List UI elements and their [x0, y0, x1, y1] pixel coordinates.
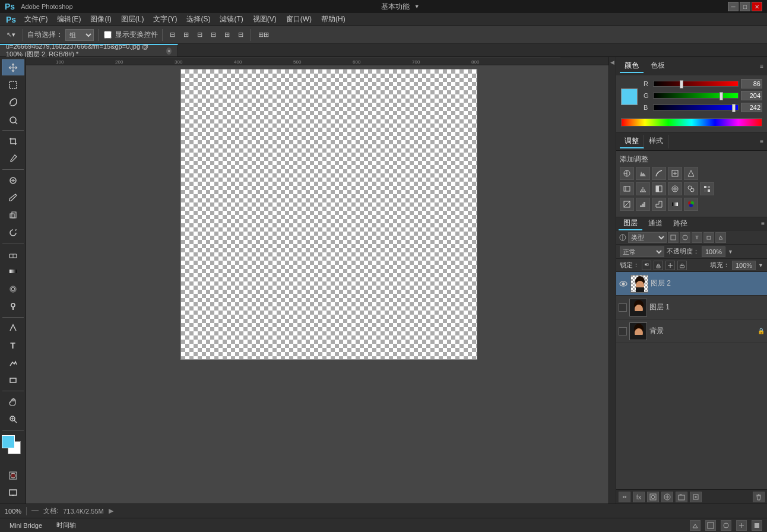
menu-item-filter[interactable]: 滤镜(T): [215, 13, 248, 26]
exposure-btn[interactable]: [668, 167, 682, 180]
levels-btn[interactable]: [636, 167, 650, 180]
blue-value-input[interactable]: [741, 103, 762, 112]
bottom-icon-3[interactable]: [721, 520, 731, 531]
move-tool-btn[interactable]: [2, 59, 24, 75]
menu-item-image[interactable]: 图像(I): [85, 13, 116, 26]
green-slider-thumb[interactable]: [720, 92, 723, 100]
timeline-tab[interactable]: 时间轴: [52, 520, 81, 531]
menu-item-file[interactable]: 文件(F): [20, 13, 52, 26]
brush-tool-btn[interactable]: [2, 189, 24, 205]
minimize-button[interactable]: ─: [728, 2, 739, 11]
photo-filter-btn[interactable]: [668, 182, 682, 195]
lock-position-btn[interactable]: [665, 261, 675, 270]
menu-item-view[interactable]: 视图(V): [248, 13, 281, 26]
tab-styles[interactable]: 样式: [644, 135, 668, 148]
opacity-arrow[interactable]: ▼: [728, 249, 733, 255]
red-value-input[interactable]: [741, 79, 762, 88]
zoom-btn[interactable]: [31, 507, 39, 515]
blue-slider-thumb[interactable]: [732, 104, 736, 112]
color-lookup-btn[interactable]: [700, 182, 714, 195]
quick-select-tool-btn[interactable]: [2, 112, 24, 128]
gradient-tool-btn[interactable]: [2, 264, 24, 280]
layer-visibility-bg[interactable]: ●: [619, 327, 627, 335]
layers-panel-options[interactable]: ≡: [761, 220, 765, 227]
red-slider-thumb[interactable]: [680, 80, 683, 88]
green-slider[interactable]: [653, 93, 739, 99]
adj-panel-options[interactable]: ≡: [760, 138, 763, 145]
layer-eye-2[interactable]: [619, 279, 628, 289]
color-preview[interactable]: [621, 88, 638, 105]
tab-layers[interactable]: 图层: [619, 217, 642, 230]
filter-adj-btn[interactable]: [680, 232, 690, 243]
layer-visibility-1[interactable]: ●: [619, 303, 627, 312]
auto-select-dropdown[interactable]: 组 图层: [65, 29, 94, 41]
layer-adj-btn[interactable]: [661, 492, 673, 502]
close-button[interactable]: ✕: [752, 2, 762, 11]
color-spectrum[interactable]: [621, 118, 762, 126]
restore-button[interactable]: □: [740, 2, 750, 11]
align-left-btn[interactable]: ⊟: [167, 29, 178, 40]
layer-row-bg[interactable]: ● 背景 🔒: [616, 319, 767, 343]
menu-item-select[interactable]: 选择(S): [182, 13, 215, 26]
fill-arrow[interactable]: ▼: [758, 262, 763, 268]
layer-link-btn[interactable]: [619, 492, 630, 502]
bottom-icon-1[interactable]: [690, 520, 701, 531]
canvas-wrapper[interactable]: [180, 69, 477, 360]
align-right-btn[interactable]: ⊟: [194, 29, 205, 40]
canvas-area[interactable]: 100 200 300 400 500 600 700 800: [26, 57, 608, 504]
show-transform-checkbox[interactable]: [104, 31, 112, 39]
invert-btn[interactable]: [620, 198, 634, 211]
layer-new-btn[interactable]: [690, 492, 702, 502]
tab-channels[interactable]: 通道: [644, 217, 667, 230]
menu-item-layer[interactable]: 图层(L): [116, 13, 149, 26]
blur-tool-btn[interactable]: [2, 281, 24, 297]
eyedropper-tool-btn[interactable]: [2, 151, 24, 167]
pen-tool-btn[interactable]: [2, 320, 24, 336]
healing-tool-btn[interactable]: [2, 172, 24, 188]
green-value-input[interactable]: [741, 91, 762, 100]
layers-filter-dropdown[interactable]: 类型 名称 效果 模式 属性: [628, 232, 667, 243]
menu-item-window[interactable]: 窗口(W): [281, 13, 316, 26]
clone-tool-btn[interactable]: [2, 207, 24, 223]
selective-color-btn[interactable]: [684, 198, 698, 211]
brightness-contrast-btn[interactable]: [620, 167, 634, 180]
zoom-tool-btn[interactable]: [2, 411, 24, 427]
opacity-input[interactable]: [702, 246, 725, 257]
layer-effect-btn[interactable]: fx: [633, 492, 645, 502]
layer-group-btn[interactable]: [676, 492, 687, 502]
file-info-arrow[interactable]: ▶: [109, 507, 113, 515]
shape-tool-btn[interactable]: [2, 372, 24, 388]
color-balance-btn[interactable]: [636, 182, 650, 195]
gradient-map-btn[interactable]: [668, 198, 682, 211]
layer-delete-btn[interactable]: [753, 492, 765, 502]
red-slider[interactable]: [653, 81, 739, 87]
threshold-btn[interactable]: [652, 198, 666, 211]
menu-item-help[interactable]: 帮助(H): [316, 13, 350, 26]
align-bottom-btn[interactable]: ⊟: [235, 29, 246, 40]
toolbar-arrow-btn[interactable]: ↖▾: [4, 29, 18, 40]
align-middle-btn[interactable]: ⊞: [221, 29, 233, 40]
dodge-tool-btn[interactable]: [2, 298, 24, 314]
doc-tab[interactable]: u=2666946279,1602237666&fm=15&gp=0.jpg @…: [0, 44, 178, 56]
vibrance-btn[interactable]: [684, 167, 698, 180]
layer-row-2[interactable]: 图层 2: [616, 272, 767, 296]
crop-tool-btn[interactable]: [2, 133, 24, 149]
path-select-tool-btn[interactable]: [2, 354, 24, 370]
bottom-icon-5[interactable]: [752, 520, 762, 531]
bw-btn[interactable]: [652, 182, 666, 195]
screen-mode-btn[interactable]: [2, 485, 24, 501]
blend-mode-dropdown[interactable]: 正常 溶解 变暗 正片叠底: [620, 246, 664, 257]
history-brush-tool-btn[interactable]: [2, 224, 24, 240]
selection-tool-btn[interactable]: [2, 77, 24, 93]
blue-slider[interactable]: [653, 104, 739, 110]
tab-paths[interactable]: 路径: [668, 217, 692, 230]
tab-close-button[interactable]: ×: [166, 48, 172, 55]
eraser-tool-btn[interactable]: [2, 246, 24, 262]
quick-mask-btn[interactable]: [2, 467, 24, 483]
hand-tool-btn[interactable]: [2, 394, 24, 410]
channel-mixer-btn[interactable]: [684, 182, 698, 195]
foreground-color-swatch[interactable]: [2, 435, 15, 448]
tab-adjustments[interactable]: 调整: [620, 135, 644, 148]
lock-all-btn[interactable]: [677, 261, 687, 270]
lock-transparent-btn[interactable]: [642, 261, 651, 270]
